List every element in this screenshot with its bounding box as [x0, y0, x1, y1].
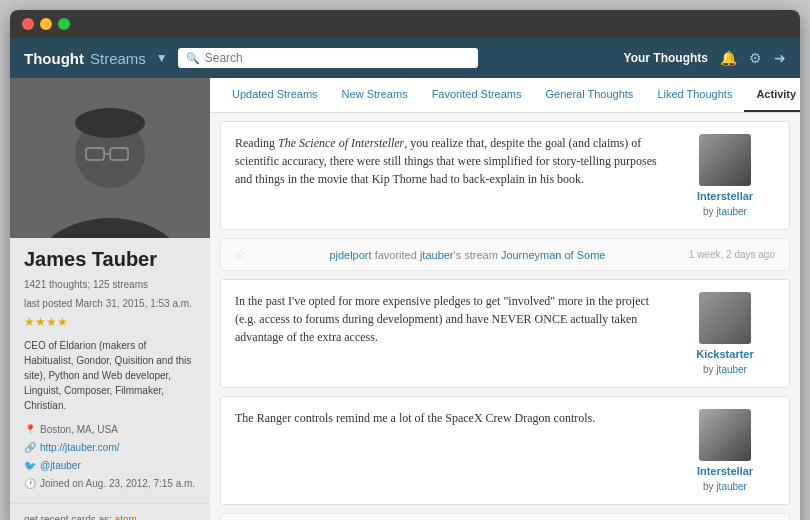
tabs-bar: Updated Streams New Streams Favorited St… — [210, 78, 800, 113]
tab-favorited-streams[interactable]: Favorited Streams — [420, 78, 534, 112]
sidebar: James Tauber 1421 thoughts; 125 streams … — [10, 78, 210, 520]
app-window: ThoughtStreams ▼ 🔍 Your Thoughts 🔔 ⚙ ➜ — [10, 10, 800, 520]
location-icon: 📍 — [24, 421, 36, 439]
brand-streams: Streams — [90, 50, 146, 67]
feed-activity-item: 👤 jtauber favorited srid 1 week, 6 days … — [220, 513, 790, 520]
stream-by: by jtauber — [703, 364, 747, 375]
close-button[interactable] — [22, 18, 34, 30]
brand-thought: Thought — [24, 50, 84, 67]
nav-right: Your Thoughts 🔔 ⚙ ➜ — [624, 50, 786, 67]
content-area: Updated Streams New Streams Favorited St… — [210, 78, 800, 520]
profile-photo-inner — [10, 78, 210, 238]
brand-logo[interactable]: ThoughtStreams ▼ — [24, 50, 168, 67]
profile-info: James Tauber 1421 thoughts; 125 streams … — [10, 238, 210, 503]
tab-activity[interactable]: Activity — [744, 78, 800, 112]
stream-by: by jtauber — [703, 481, 747, 492]
search-input[interactable] — [205, 51, 470, 65]
profile-bottom: get recent cards as: atom — [10, 503, 210, 520]
stream-name[interactable]: Interstellar — [697, 465, 753, 477]
brand-dropdown-icon[interactable]: ▼ — [156, 51, 168, 65]
atom-link[interactable]: atom — [115, 514, 137, 520]
twitter-link[interactable]: @jtauber — [40, 457, 81, 475]
twitter-icon: 🐦 — [24, 457, 36, 475]
profile-image — [10, 78, 210, 238]
subject-stream-link[interactable]: Journeyman of Some — [501, 249, 606, 261]
stream-by: by jtauber — [703, 206, 747, 217]
maximize-button[interactable] — [58, 18, 70, 30]
tab-general-thoughts[interactable]: General Thoughts — [534, 78, 646, 112]
search-icon: 🔍 — [186, 52, 200, 65]
logout-icon[interactable]: ➜ — [774, 50, 786, 67]
stream-name[interactable]: Interstellar — [697, 190, 753, 202]
feed-activity-item: ☆ pjdelport favorited jtauber's stream J… — [220, 238, 790, 271]
feed-item: In the past I've opted for more expensiv… — [220, 279, 790, 388]
feed: Reading The Science of Intersteller, you… — [210, 113, 800, 520]
profile-website[interactable]: 🔗 http://jtauber.com/ — [24, 439, 196, 457]
profile-thoughts-count: 1421 thoughts; 125 streams — [24, 277, 196, 292]
your-thoughts-label: Your Thoughts — [624, 51, 708, 65]
profile-twitter[interactable]: 🐦 @jtauber — [24, 457, 196, 475]
feed-stream-info: Interstellar by jtauber — [675, 409, 775, 492]
website-link[interactable]: http://jtauber.com/ — [40, 439, 120, 457]
link-icon: 🔗 — [24, 439, 36, 457]
settings-icon[interactable]: ⚙ — [749, 50, 762, 67]
profile-last-posted: last posted March 31, 2015, 1:53 a.m. — [24, 296, 196, 311]
search-bar[interactable]: 🔍 — [178, 48, 478, 68]
profile-stars: ★★★★ — [24, 315, 196, 330]
profile-location: 📍 Boston, MA, USA — [24, 421, 196, 439]
notifications-icon[interactable]: 🔔 — [720, 50, 737, 67]
stream-thumbnail — [699, 134, 751, 186]
calendar-icon: 🕐 — [24, 475, 36, 493]
feed-item: The Ranger controls remind me a lot of t… — [220, 396, 790, 505]
main-content: James Tauber 1421 thoughts; 125 streams … — [10, 78, 800, 520]
tab-new-streams[interactable]: New Streams — [330, 78, 420, 112]
activity-text: pjdelport favorited jtauber's stream Jou… — [329, 249, 605, 261]
feed-stream-info: Kickstarter by jtauber — [675, 292, 775, 375]
tab-liked-thoughts[interactable]: Liked Thoughts — [645, 78, 744, 112]
actor-link[interactable]: pjdelport — [329, 249, 371, 261]
traffic-lights — [22, 18, 70, 30]
profile-name: James Tauber — [24, 248, 196, 271]
feed-stream-info: Interstellar by jtauber — [675, 134, 775, 217]
tab-updated-streams[interactable]: Updated Streams — [220, 78, 330, 112]
stream-thumbnail — [699, 292, 751, 344]
profile-joined: 🕐 Joined on Aug. 23, 2012, 7:15 a.m. — [24, 475, 196, 493]
profile-photo — [10, 78, 210, 238]
minimize-button[interactable] — [40, 18, 52, 30]
activity-time: 1 week, 2 days ago — [689, 249, 775, 260]
nav-bar: ThoughtStreams ▼ 🔍 Your Thoughts 🔔 ⚙ ➜ — [10, 38, 800, 78]
svg-point-6 — [75, 108, 145, 138]
feed-thought-text: In the past I've opted for more expensiv… — [235, 292, 665, 375]
stream-name[interactable]: Kickstarter — [696, 348, 753, 360]
stream-thumbnail — [699, 409, 751, 461]
star-icon: ☆ — [235, 247, 246, 262]
profile-bio: CEO of Eldarion (makers of Habitualist, … — [24, 338, 196, 413]
subject-user-link[interactable]: jtauber — [420, 249, 454, 261]
feed-thought-text: The Ranger controls remind me a lot of t… — [235, 409, 665, 492]
feed-item: Reading The Science of Intersteller, you… — [220, 121, 790, 230]
title-bar — [10, 10, 800, 38]
feed-thought-text: Reading The Science of Intersteller, you… — [235, 134, 665, 217]
